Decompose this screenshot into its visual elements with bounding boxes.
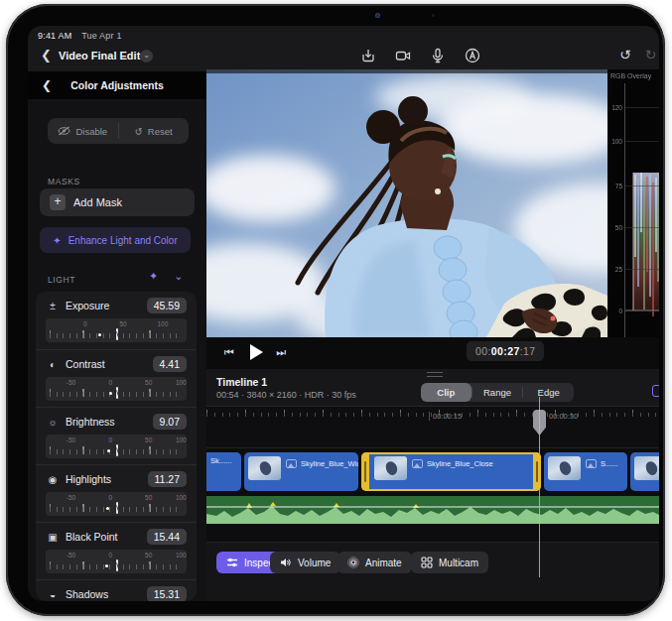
rgb-overlay-scope: RGB Overlay 120 100 75 50 25 0 -20	[607, 69, 659, 343]
slider-value[interactable]: 15.31	[147, 586, 187, 601]
slider-label: Brightness	[66, 416, 115, 428]
status-date: Tue Apr 1	[81, 31, 122, 41]
camera-icon[interactable]	[394, 47, 412, 64]
sliders-icon	[226, 557, 238, 568]
origin-dot	[105, 564, 108, 567]
slider-value[interactable]: 9.07	[153, 414, 187, 430]
drag-handle[interactable]	[427, 372, 443, 377]
tick-label: 50	[119, 320, 126, 327]
slider-value[interactable]: 45.59	[147, 298, 187, 313]
slider-thumb[interactable]	[116, 444, 118, 456]
volume-button[interactable]: Volume	[270, 552, 340, 573]
slider-thumb[interactable]	[116, 502, 118, 514]
app-chrome: 9:41 AM Tue Apr 1 ❮ Video Final Edit ⌄	[28, 26, 659, 71]
tick-label: 100	[176, 379, 187, 386]
add-mask-label: Add Mask	[73, 196, 122, 208]
multicam-label: Multicam	[439, 558, 478, 568]
mode-range[interactable]: Range	[472, 383, 523, 402]
collapse-chevron-icon[interactable]: ⌄	[174, 270, 183, 283]
pencil-a-icon[interactable]	[464, 47, 481, 64]
masks-section-label: MASKS	[48, 177, 80, 186]
animate-button[interactable]: Animate	[337, 552, 412, 573]
speaker-icon	[280, 557, 292, 568]
panel-title: Color Adjustments	[28, 79, 206, 91]
reset-button[interactable]: ↺ Reset	[119, 118, 190, 144]
tick-label: 0	[109, 436, 113, 443]
clip-name: Sk......	[210, 456, 231, 465]
playhead-line[interactable]	[539, 397, 540, 577]
slider-black-point: ▣ Black Point 15.44 -50 0 50 100	[36, 522, 197, 579]
project-title[interactable]: Video Final Edit	[59, 50, 140, 62]
bottom-toolbar: Inspect Volume Animate	[206, 542, 659, 601]
clip-item[interactable]	[630, 452, 659, 491]
audio-track[interactable]	[206, 496, 659, 524]
video-preview[interactable]	[206, 69, 607, 337]
reset-icon: ↺	[135, 126, 143, 137]
slider-value[interactable]: 11.27	[148, 471, 188, 487]
clip-thumbnail	[634, 456, 659, 480]
import-icon[interactable]	[359, 47, 377, 64]
highlights-ruler[interactable]: -50 0 50 100	[46, 492, 187, 516]
timeline-ruler[interactable]: 00:00:15 00:00:30	[206, 408, 659, 448]
slider-label: Black Point	[66, 531, 118, 543]
clip-appearance-icon-partial[interactable]	[652, 385, 659, 397]
brightness-ruler[interactable]: -50 0 50 100	[46, 435, 187, 458]
redo-icon: ↻	[645, 47, 657, 62]
add-mask-button[interactable]: + Add Mask	[40, 188, 195, 216]
contrast-ruler[interactable]: -50 0 50 100	[46, 377, 187, 401]
mode-edge[interactable]: Edge	[523, 383, 574, 402]
multicam-button[interactable]: Multicam	[411, 552, 488, 573]
color-adjustments-panel: ❮ Color Adjustments Disable ↺	[28, 71, 206, 601]
slider-label: Exposure	[66, 300, 109, 311]
play-icon[interactable]	[250, 344, 263, 360]
tick-label: 50	[145, 552, 152, 559]
scope-axis-label: 50	[608, 224, 622, 231]
animate-label: Animate	[365, 558, 402, 568]
tick-label: 100	[176, 552, 187, 559]
light-sliders-card: ± Exposure 45.59 0 50 100	[36, 292, 197, 601]
tick-label: 100	[176, 494, 187, 501]
page: 9:41 AM Tue Apr 1 ❮ Video Final Edit ⌄	[0, 0, 672, 621]
edit-mode-segment: Clip Range Edge	[421, 383, 574, 402]
slider-value[interactable]: 4.41	[153, 356, 187, 372]
back-icon[interactable]: ❮	[41, 48, 52, 62]
timeline-info: 00:54 · 3840 × 2160 · HDR · 30 fps	[216, 390, 356, 400]
contrast-icon: ◐	[46, 359, 60, 370]
enhance-light-color-button[interactable]: ✦ Enhance Light and Color	[40, 227, 191, 253]
auto-enhance-icon[interactable]: ✦	[149, 270, 158, 283]
slider-value[interactable]: 15.44	[147, 529, 187, 545]
exposure-ruler[interactable]: 0 50 100	[46, 318, 187, 342]
slider-shadows: ◒ Shadows 15.31 -50 0 50 100	[36, 579, 197, 601]
scope-axis-label: 75	[608, 183, 622, 189]
clip-item[interactable]: Sk......	[206, 452, 241, 491]
scope-axis-label: 120	[608, 104, 622, 111]
slider-thumb[interactable]	[116, 387, 118, 399]
slider-thumb[interactable]	[116, 559, 118, 571]
clip-name: S......	[601, 459, 618, 468]
timecode-hours: 00:	[475, 345, 491, 357]
next-frame-icon[interactable]: ⏭	[276, 346, 286, 359]
clip-name: Skyline_Blue_Wide	[301, 459, 358, 468]
mic-icon[interactable]	[429, 47, 447, 64]
trim-handle-left[interactable]	[361, 452, 369, 491]
previous-frame-icon[interactable]: ⏮	[224, 346, 234, 359]
disable-reset-segment: Disable ↺ Reset	[48, 118, 189, 144]
black-point-ruler[interactable]: -50 0 50 100	[46, 550, 187, 573]
mode-clip[interactable]: Clip	[421, 383, 471, 402]
chevron-down-icon[interactable]: ⌄	[140, 50, 153, 62]
magic-wand-icon: ✦	[53, 235, 61, 246]
tick-label: 100	[176, 436, 187, 443]
slider-highlights: ◉ Highlights 11.27 -50 0 50 100	[36, 464, 197, 522]
disable-button[interactable]: Disable	[48, 118, 118, 144]
timeline-header: Timeline 1 00:54 · 3840 × 2160 · HDR · 3…	[206, 369, 659, 407]
undo-icon[interactable]: ↺	[619, 47, 631, 62]
slider-thumb[interactable]	[116, 328, 118, 340]
clip-item-selected[interactable]: Skyline_Blue_Close	[361, 452, 541, 491]
scope-axis-label: 25	[608, 266, 622, 273]
clip-item[interactable]: Skyline_Blue_Wide	[244, 452, 358, 491]
eye-off-icon	[58, 126, 70, 136]
photo-icon	[286, 459, 297, 468]
clip-item[interactable]: S......	[544, 452, 627, 491]
audio-waveform	[206, 496, 659, 524]
timecode-display[interactable]: 00: 00:27 :17	[467, 341, 544, 361]
